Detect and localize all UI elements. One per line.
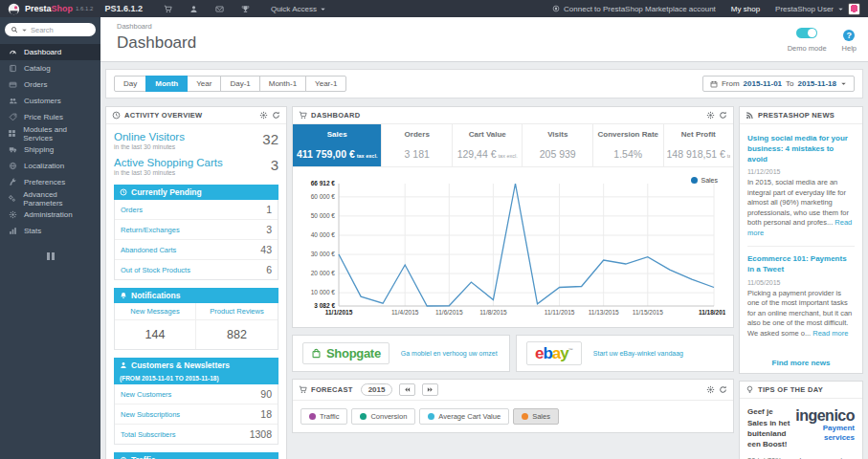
range-tab-day-1[interactable]: Day-1 xyxy=(220,76,259,92)
customers-label[interactable]: New Customers xyxy=(121,390,171,399)
news-article-excerpt: Picking a payment provider is one of the… xyxy=(747,289,855,339)
news-article-title[interactable]: Ecommerce 101: Payments in a Tweet xyxy=(747,254,855,275)
activity-stat-value: 3 xyxy=(271,157,278,173)
sidebar-item-modules-and-services[interactable]: Modules and Services xyxy=(0,125,100,142)
kpi-label: Orders xyxy=(385,130,449,139)
customers-label[interactable]: Total Subscribers xyxy=(121,430,176,439)
kpi-net-profit[interactable]: Net Profit 148 918,51 €tax excl. xyxy=(664,124,734,166)
sidebar-item-shipping[interactable]: Shipping xyxy=(0,142,100,158)
my-shop-link[interactable]: My shop xyxy=(731,5,760,13)
activity-stat-link[interactable]: Active Shopping Carts xyxy=(114,157,223,168)
quick-access-dropdown[interactable]: Quick Access xyxy=(271,5,326,13)
sidebar-collapse-button[interactable] xyxy=(46,252,56,260)
shopgate-logo[interactable]: Shopgate xyxy=(302,342,389,364)
sidebar-item-label: Modules and Services xyxy=(23,125,93,142)
plug-icon xyxy=(552,5,560,12)
activity-stat-link[interactable]: Online Visitors xyxy=(114,131,185,142)
range-tab-year-1[interactable]: Year-1 xyxy=(305,76,346,92)
sidebar-item-catalog[interactable]: Catalog xyxy=(0,60,100,76)
shopgate-promo-link[interactable]: Ga mobiel en verhoog uw omzet xyxy=(401,350,498,357)
panel-refresh-icon[interactable] xyxy=(719,111,727,120)
marketplace-connect-link[interactable]: Connect to PrestaShop Marketplace accoun… xyxy=(552,5,716,13)
user-menu[interactable]: PrestaShop User xyxy=(775,3,860,15)
credit-card-icon xyxy=(8,80,17,89)
kpi-visits[interactable]: Visits 205 939 xyxy=(523,124,593,166)
kpi-orders[interactable]: Orders 3 181 xyxy=(382,124,453,166)
forecast-legend-average-cart-value[interactable]: Average Cart Value xyxy=(419,408,509,425)
range-tab-year[interactable]: Year xyxy=(187,76,221,92)
panel-refresh-icon[interactable] xyxy=(272,111,280,120)
pending-label[interactable]: Return/Exchanges xyxy=(121,226,180,234)
sidebar-item-preferences[interactable]: Preferences xyxy=(0,174,100,190)
customers-range-subtitle: (FROM 2015-11-01 TO 2015-11-18) xyxy=(120,375,273,382)
ingenico-logo[interactable]: ingenico Payment services xyxy=(795,406,855,441)
forecast-legend-sales[interactable]: Sales xyxy=(513,408,559,425)
sidebar-item-administration[interactable]: Administration xyxy=(0,207,100,223)
traffic-header: Traffic (FROM 2015-11-01 TO 2015-11-18) xyxy=(114,452,278,459)
read-more-link[interactable]: Read more xyxy=(747,218,852,237)
forecast-prev-button[interactable] xyxy=(399,383,415,396)
sidebar-item-label: Administration xyxy=(24,210,73,219)
sidebar-item-advanced-parameters[interactable]: Advanced Parameters xyxy=(0,190,100,207)
forecast-next-button[interactable] xyxy=(422,383,438,396)
chart-legend[interactable]: Sales xyxy=(691,177,718,184)
shop-name[interactable]: PS1.6.1.2 xyxy=(104,4,143,13)
help-icon[interactable]: ? xyxy=(843,30,855,41)
panel-settings-gear-icon[interactable] xyxy=(706,111,715,120)
forecast-legend-conversion[interactable]: Conversion xyxy=(351,408,415,425)
date-range-picker[interactable]: From 2015-11-01 To 2015-11-18 xyxy=(702,76,855,92)
ebay-promo-link[interactable]: Start uw eBay-winkel vandaag xyxy=(593,350,683,357)
find-more-news-link[interactable]: Find more news xyxy=(740,350,862,373)
notification-col-new-messages[interactable]: New Messages xyxy=(115,303,196,320)
notification-value-product-reviews: 882 xyxy=(196,320,278,349)
orders-shortcut-cart-icon[interactable] xyxy=(164,5,172,13)
bar-chart-icon xyxy=(8,227,17,235)
range-tab-month-1[interactable]: Month-1 xyxy=(259,76,306,92)
sidebar-item-stats[interactable]: Stats xyxy=(0,223,100,239)
prestashop-logo-icon[interactable] xyxy=(8,3,20,15)
panel-refresh-icon[interactable] xyxy=(719,385,727,394)
forecast-year-badge[interactable]: 2015 xyxy=(361,383,393,396)
messages-shortcut-envelope-icon[interactable] xyxy=(215,5,224,13)
pending-label[interactable]: Out of Stock Products xyxy=(121,266,190,274)
kpi-sales[interactable]: Sales 411 759,00 €tax excl. xyxy=(293,124,382,166)
sidebar-search[interactable] xyxy=(5,23,96,36)
range-tab-month[interactable]: Month xyxy=(145,76,188,92)
sidebar-item-localization[interactable]: Localization xyxy=(0,158,100,174)
pending-label[interactable]: Orders xyxy=(121,206,143,214)
demo-mode-label: Demo mode xyxy=(788,44,827,53)
sidebar-menu: Dashboard Catalog Orders Customers Price… xyxy=(0,44,100,239)
demo-mode-toggle[interactable] xyxy=(796,28,817,38)
panel-settings-gear-icon[interactable] xyxy=(706,385,715,394)
sidebar-item-label: Customers xyxy=(24,97,61,105)
search-input[interactable] xyxy=(31,26,90,34)
user-avatar[interactable] xyxy=(848,3,860,15)
achievements-shortcut-trophy-icon[interactable] xyxy=(241,5,250,13)
activity-stat-value: 32 xyxy=(262,131,278,147)
kpi-conversion-rate[interactable]: Conversion Rate 1.54% xyxy=(593,124,664,166)
kpi-label: Sales xyxy=(296,130,378,139)
pending-label[interactable]: Abandoned Carts xyxy=(121,246,176,254)
range-tab-day[interactable]: Day xyxy=(114,76,146,92)
notification-col-product-reviews[interactable]: Product Reviews xyxy=(196,303,278,320)
pending-row-orders: Orders 1 xyxy=(115,200,278,220)
gauge-icon xyxy=(8,48,17,56)
kpi-label: Net Profit xyxy=(667,130,731,139)
sidebar-item-dashboard[interactable]: Dashboard xyxy=(0,44,100,60)
bell-icon xyxy=(120,292,127,299)
forecast-legend-traffic[interactable]: Traffic xyxy=(300,408,347,425)
read-more-link[interactable]: Read more xyxy=(812,329,848,338)
sidebar-item-customers[interactable]: Customers xyxy=(0,93,100,109)
kpi-cart-value[interactable]: Cart Value 129,44 €tax excl. xyxy=(453,124,523,166)
ebay-logo[interactable]: ebay™ xyxy=(526,341,582,365)
brand-name: PrestaShop xyxy=(25,4,73,13)
customers-shortcut-person-icon[interactable] xyxy=(189,5,198,13)
customers-label[interactable]: New Subscriptions xyxy=(121,410,180,419)
sidebar-item-orders[interactable]: Orders xyxy=(0,76,100,93)
clock-icon xyxy=(112,111,121,120)
news-article-title[interactable]: Using social media for your business: 4 … xyxy=(747,134,855,164)
sidebar-item-price-rules[interactable]: Price Rules xyxy=(0,109,100,125)
breadcrumb[interactable]: Dashboard xyxy=(117,22,868,31)
search-scope-caret-icon[interactable] xyxy=(21,27,28,33)
panel-settings-gear-icon[interactable] xyxy=(259,111,268,120)
